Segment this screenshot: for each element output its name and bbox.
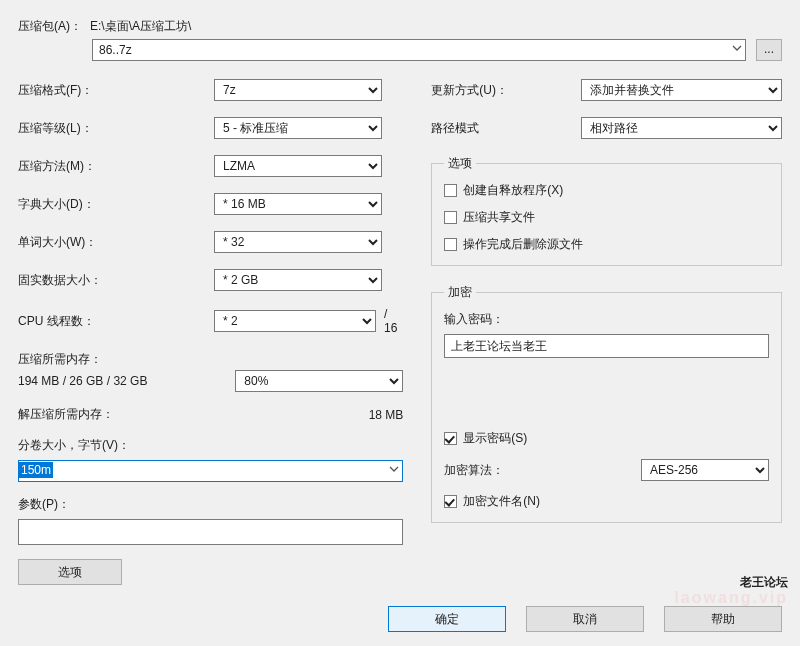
format-select[interactable]: 7z [214,79,382,101]
ok-button[interactable]: 确定 [388,606,506,632]
shared-checkbox[interactable] [444,211,457,224]
params-input[interactable] [18,519,403,545]
help-button[interactable]: 帮助 [664,606,782,632]
threads-label: CPU 线程数： [18,313,214,330]
method-label: 压缩方法(M)： [18,158,214,175]
volume-input[interactable] [18,460,403,482]
browse-button[interactable]: ... [756,39,782,61]
mem-comp-label: 压缩所需内存： [18,351,403,368]
show-password-checkbox[interactable] [444,432,457,445]
show-password-label: 显示密码(S) [463,430,527,447]
delete-after-checkbox[interactable] [444,238,457,251]
method-select[interactable]: LZMA [214,155,382,177]
mem-decomp-value: 18 MB [369,408,404,422]
options-group: 选项 创建自释放程序(X) 压缩共享文件 操作完成后删除源文件 [431,155,782,266]
options-legend: 选项 [444,155,476,172]
sfx-checkbox[interactable] [444,184,457,197]
password-label: 输入密码： [444,311,769,328]
update-select[interactable]: 添加并替换文件 [581,79,782,101]
params-label: 参数(P)： [18,496,403,513]
encrypt-names-checkbox[interactable] [444,495,457,508]
password-input[interactable] [444,334,769,358]
right-column: 更新方式(U)： 添加并替换文件 路径模式 相对路径 选项 创建自释放程序(X)… [431,79,782,585]
threads-total: / 16 [384,307,403,335]
volume-label: 分卷大小，字节(V)： [18,437,403,454]
mem-decomp-label: 解压缩所需内存： [18,406,114,423]
threads-select[interactable]: * 2 [214,310,376,332]
dict-select[interactable]: * 16 MB [214,193,382,215]
archive-label: 压缩包(A)： [18,18,82,35]
enc-algo-label: 加密算法： [444,462,641,479]
delete-after-label: 操作完成后删除源文件 [463,236,583,253]
options-button[interactable]: 选项 [18,559,122,585]
shared-label: 压缩共享文件 [463,209,535,226]
left-column: 压缩格式(F)： 7z 压缩等级(L)： 5 - 标准压缩 压缩方法(M)： L… [18,79,403,585]
volume-value-selected: 150m [19,462,53,478]
word-label: 单词大小(W)： [18,234,214,251]
mem-comp-value: 194 MB / 26 GB / 32 GB [18,374,214,388]
pathmode-select[interactable]: 相对路径 [581,117,782,139]
footer-buttons: 确定 取消 帮助 [388,606,782,632]
level-label: 压缩等级(L)： [18,120,214,137]
archive-path-prefix: E:\桌面\A压缩工坊\ [90,18,191,35]
solid-label: 固实数据大小： [18,272,214,289]
sfx-label: 创建自释放程序(X) [463,182,563,199]
dict-label: 字典大小(D)： [18,196,214,213]
encrypt-names-label: 加密文件名(N) [463,493,540,510]
level-select[interactable]: 5 - 标准压缩 [214,117,382,139]
mem-pct-select[interactable]: 80% [235,370,403,392]
encryption-group: 加密 输入密码： 显示密码(S) 加密算法： AES-256 加密文件名(N) [431,284,782,523]
archive-filename-input[interactable] [92,39,746,61]
format-label: 压缩格式(F)： [18,82,214,99]
cancel-button[interactable]: 取消 [526,606,644,632]
enc-algo-select[interactable]: AES-256 [641,459,769,481]
solid-select[interactable]: * 2 GB [214,269,382,291]
word-select[interactable]: * 32 [214,231,382,253]
encryption-legend: 加密 [444,284,476,301]
update-label: 更新方式(U)： [431,82,581,99]
pathmode-label: 路径模式 [431,120,581,137]
